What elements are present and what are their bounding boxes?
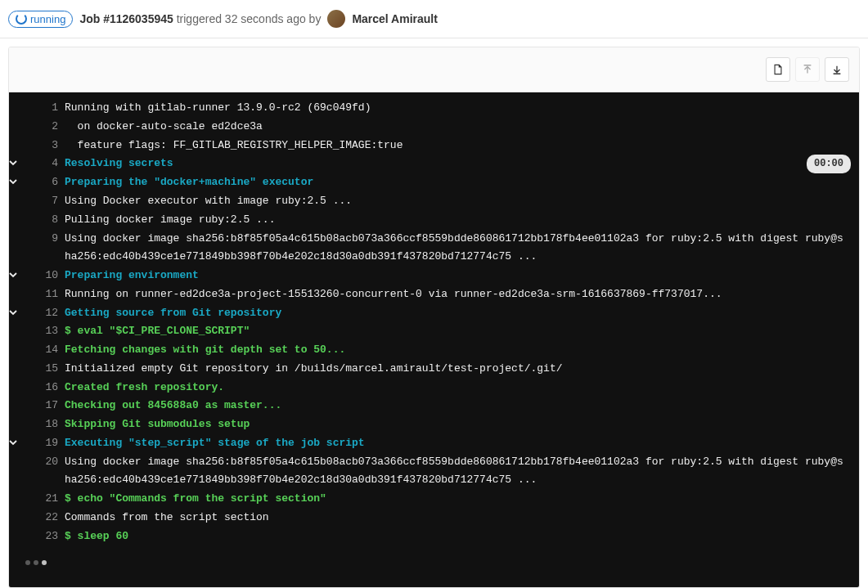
line-number[interactable]: 23 <box>38 527 65 546</box>
line-number[interactable]: 13 <box>38 322 65 341</box>
line-text: Using docker image sha256:b8f85f05a4c615… <box>65 453 859 491</box>
section-toggle-icon <box>9 415 38 420</box>
arrow-down-icon <box>831 64 843 75</box>
line-text: Commands from the script section <box>65 509 859 527</box>
log-line: 18Skipping Git submodules setup <box>9 415 859 434</box>
log-toolbar <box>9 47 859 92</box>
section-toggle-icon <box>9 118 38 122</box>
log-line: 4Resolving secrets00:00 <box>9 155 859 173</box>
line-number[interactable]: 19 <box>38 434 65 453</box>
section-toggle-icon <box>9 490 38 494</box>
status-badge: running <box>8 11 73 28</box>
section-toggle-icon[interactable] <box>9 434 38 447</box>
line-text: Executing "step_script" stage of the job… <box>65 434 859 453</box>
log-line: 11Running on runner-ed2dce3a-project-155… <box>9 285 859 304</box>
job-title-line: Job #1126035945 triggered 32 seconds ago… <box>79 12 321 25</box>
section-toggle-icon[interactable] <box>9 173 38 186</box>
line-number[interactable]: 8 <box>38 211 65 230</box>
line-number[interactable]: 3 <box>38 137 65 155</box>
log-line: 23$ sleep 60 <box>9 527 859 546</box>
line-number[interactable]: 9 <box>38 230 65 249</box>
section-toggle-icon <box>9 99 38 103</box>
section-toggle-icon <box>9 192 38 196</box>
user-link[interactable]: Marcel Amirault <box>352 12 438 25</box>
log-line: 21$ echo "Commands from the script secti… <box>9 490 859 509</box>
line-number[interactable]: 4 <box>38 155 65 173</box>
line-number[interactable]: 17 <box>38 397 65 415</box>
job-header: running Job #1126035945 triggered 32 sec… <box>0 0 868 38</box>
line-text: Getting source from Git repository <box>65 304 859 323</box>
line-text: $ eval "$CI_PRE_CLONE_SCRIPT" <box>65 322 859 341</box>
line-text: Initialized empty Git repository in /bui… <box>65 360 859 379</box>
line-text: Created fresh repository. <box>65 379 859 397</box>
log-line: 7Using Docker executor with image ruby:2… <box>9 192 859 211</box>
section-toggle-icon <box>9 211 38 215</box>
line-text: on docker-auto-scale ed2dce3a <box>65 118 859 137</box>
line-text: Preparing the "docker+machine" executor <box>65 173 859 192</box>
dot-icon <box>25 560 30 565</box>
section-toggle-icon <box>9 527 38 532</box>
section-toggle-icon <box>9 509 38 513</box>
line-number[interactable]: 7 <box>38 192 65 211</box>
section-toggle-icon[interactable] <box>9 304 38 316</box>
section-toggle-icon <box>9 397 38 401</box>
log-line: 12Getting source from Git repository <box>9 304 859 323</box>
running-spinner-icon <box>16 13 27 25</box>
dot-icon <box>34 560 38 565</box>
log-line: 10Preparing environment <box>9 267 859 285</box>
line-number[interactable]: 14 <box>38 341 65 360</box>
line-number[interactable]: 22 <box>38 509 65 527</box>
triggered-text: triggered 32 seconds ago by <box>177 12 322 25</box>
line-text: $ echo "Commands from the script section… <box>65 490 859 509</box>
job-label: Job #1126035945 <box>79 12 173 25</box>
line-number[interactable]: 10 <box>38 267 65 285</box>
line-number[interactable]: 1 <box>38 99 65 118</box>
line-number[interactable]: 20 <box>38 453 65 472</box>
status-text: running <box>30 13 65 25</box>
raw-log-button[interactable] <box>766 57 790 82</box>
line-text: Running on runner-ed2dce3a-project-15513… <box>65 285 859 304</box>
log-line: 1Running with gitlab-runner 13.9.0-rc2 (… <box>9 99 859 118</box>
log-output: 1Running with gitlab-runner 13.9.0-rc2 (… <box>9 92 859 587</box>
section-duration: 00:00 <box>807 155 851 173</box>
loading-dots <box>9 545 859 572</box>
log-line: 13$ eval "$CI_PRE_CLONE_SCRIPT" <box>9 322 859 341</box>
section-toggle-icon[interactable] <box>9 155 38 167</box>
line-text: Preparing environment <box>65 267 859 285</box>
dot-icon <box>42 560 47 565</box>
log-line: 14Fetching changes with git depth set to… <box>9 341 859 360</box>
line-number[interactable]: 2 <box>38 118 65 137</box>
document-icon <box>772 64 784 75</box>
section-toggle-icon <box>9 360 38 364</box>
line-text: feature flags: FF_GITLAB_REGISTRY_HELPER… <box>65 137 859 155</box>
line-text: Using Docker executor with image ruby:2.… <box>65 192 859 211</box>
log-line: 19Executing "step_script" stage of the j… <box>9 434 859 453</box>
line-number[interactable]: 18 <box>38 415 65 434</box>
log-line: 16Created fresh repository. <box>9 379 859 397</box>
line-number[interactable]: 12 <box>38 304 65 323</box>
log-line: 9Using docker image sha256:b8f85f05a4c61… <box>9 230 859 267</box>
section-toggle-icon <box>9 230 38 234</box>
line-text: $ sleep 60 <box>65 527 859 546</box>
line-text: Using docker image sha256:b8f85f05a4c615… <box>65 230 859 267</box>
line-number[interactable]: 11 <box>38 285 65 304</box>
line-text: Resolving secrets <box>65 155 807 173</box>
log-line: 17Checking out 845688a0 as master... <box>9 397 859 415</box>
avatar[interactable] <box>327 10 345 28</box>
line-number[interactable]: 15 <box>38 360 65 379</box>
line-number[interactable]: 6 <box>38 173 65 192</box>
line-number[interactable]: 16 <box>38 379 65 397</box>
line-text: Running with gitlab-runner 13.9.0-rc2 (6… <box>65 99 859 118</box>
log-line: 8Pulling docker image ruby:2.5 ... <box>9 211 859 230</box>
scroll-bottom-button[interactable] <box>825 57 849 82</box>
line-text: Fetching changes with git depth set to 5… <box>65 341 859 360</box>
scroll-top-button[interactable] <box>795 57 820 82</box>
log-line: 3 feature flags: FF_GITLAB_REGISTRY_HELP… <box>9 137 859 155</box>
line-text: Skipping Git submodules setup <box>65 415 859 434</box>
log-line: 20Using docker image sha256:b8f85f05a4c6… <box>9 453 859 491</box>
section-toggle-icon <box>9 379 38 383</box>
section-toggle-icon[interactable] <box>9 267 38 279</box>
line-text: Checking out 845688a0 as master... <box>65 397 859 415</box>
section-toggle-icon <box>9 453 38 457</box>
line-number[interactable]: 21 <box>38 490 65 509</box>
